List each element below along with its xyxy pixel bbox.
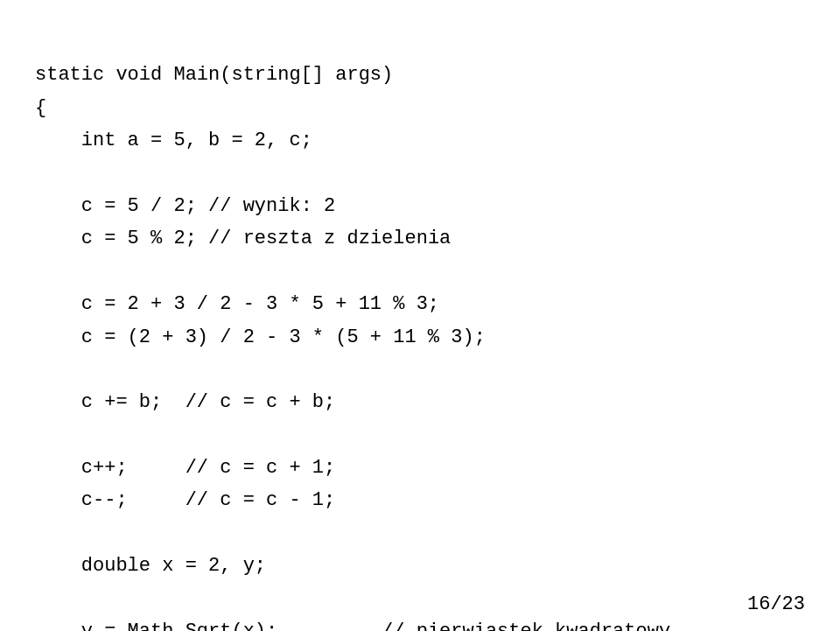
code-line-1: static void Main(string[] args) { int a … <box>35 64 670 631</box>
code-block: static void Main(string[] args) { int a … <box>0 0 840 631</box>
page-number: 16/23 <box>747 593 805 615</box>
